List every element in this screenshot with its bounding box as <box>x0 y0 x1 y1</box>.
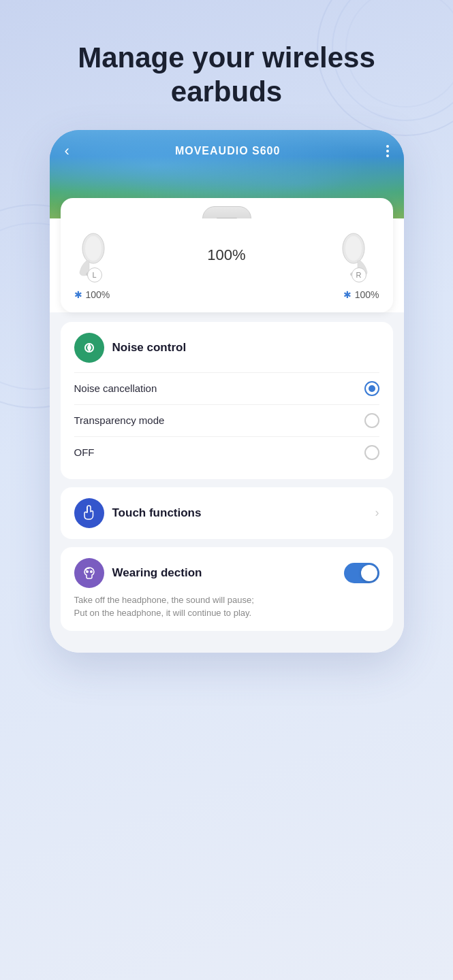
touch-icon-svg <box>81 505 97 521</box>
more-dot-3 <box>386 154 389 157</box>
left-bt-icon: ✱ <box>74 289 82 300</box>
phone-nav: ‹ MOVEAUDIO S600 <box>50 130 404 160</box>
case-container <box>202 206 251 218</box>
wearing-detection-toggle[interactable] <box>344 563 379 583</box>
right-battery: ✱ 100% <box>343 289 379 300</box>
wearing-desc-line2: Put on the headphone, it will continue t… <box>74 608 252 618</box>
center-battery: 100% <box>207 246 245 264</box>
right-earbud: R <box>339 228 379 282</box>
phone-content: Noise control Noise cancellation Transpa… <box>50 312 404 653</box>
left-battery-value: 100% <box>86 289 110 300</box>
left-earbud-icon: L <box>74 228 115 282</box>
touch-icon <box>74 498 104 528</box>
svg-point-1 <box>85 236 101 261</box>
touch-functions-chevron: › <box>375 506 379 520</box>
case-battery-value: 100% <box>207 246 245 264</box>
right-label: R <box>352 267 366 282</box>
svg-point-7 <box>88 346 91 349</box>
touch-functions-header: Touch functions <box>74 498 202 528</box>
page-title: Manage your wireless earbuds <box>0 0 453 130</box>
wearing-detection-card: Wearing dection Take off the headphone, … <box>61 547 393 631</box>
right-earbud-icon: R <box>339 228 379 282</box>
more-button[interactable] <box>386 145 389 157</box>
wearing-title-row: Wearing dection <box>112 563 379 583</box>
case-icon <box>202 206 251 218</box>
wearing-detection-description: Take off the headphone, the sound will p… <box>74 593 379 620</box>
transparency-mode-row[interactable]: Transparency mode <box>74 404 379 436</box>
wearing-icon-svg <box>81 565 97 581</box>
touch-functions-title: Touch functions <box>112 506 202 520</box>
wearing-icon <box>74 558 104 588</box>
earbuds-row: L 100% R <box>74 209 379 282</box>
noise-cancellation-radio[interactable] <box>364 381 379 396</box>
transparency-mode-label: Transparency mode <box>74 414 165 426</box>
touch-functions-card[interactable]: Touch functions › <box>61 487 393 539</box>
noise-icon <box>74 333 104 363</box>
left-battery: ✱ 100% <box>74 289 110 300</box>
svg-point-9 <box>86 570 89 573</box>
left-earbud: L <box>74 228 115 282</box>
wearing-header: Wearing dection <box>74 558 379 588</box>
noise-control-card: Noise control Noise cancellation Transpa… <box>61 322 393 479</box>
right-battery-value: 100% <box>355 289 379 300</box>
phone-mockup: ‹ MOVEAUDIO S600 <box>50 130 404 653</box>
off-radio[interactable] <box>364 445 379 460</box>
back-button[interactable]: ‹ <box>65 142 69 160</box>
page-title-line2: earbuds <box>171 76 282 108</box>
noise-cancellation-label: Noise cancellation <box>74 382 157 394</box>
wearing-desc-line1: Take off the headphone, the sound will p… <box>74 595 254 605</box>
right-bt-icon: ✱ <box>343 289 352 300</box>
case-line <box>217 218 237 218</box>
noise-icon-svg <box>81 340 97 356</box>
touch-functions-row[interactable]: Touch functions › <box>74 498 379 528</box>
off-row[interactable]: OFF <box>74 436 379 468</box>
svg-point-10 <box>90 570 93 573</box>
nav-title: MOVEAUDIO S600 <box>175 145 280 157</box>
battery-row: ✱ 100% ✱ 100% <box>74 289 379 300</box>
off-label: OFF <box>74 446 95 458</box>
noise-cancellation-row[interactable]: Noise cancellation <box>74 372 379 404</box>
more-dot-2 <box>386 150 389 152</box>
page-title-line1: Manage your wireless <box>78 42 375 74</box>
more-dot-1 <box>386 145 389 148</box>
svg-point-4 <box>345 236 362 261</box>
left-label: L <box>87 267 102 282</box>
wearing-detection-title: Wearing dection <box>112 566 202 580</box>
noise-control-title: Noise control <box>112 341 187 355</box>
noise-control-header: Noise control <box>74 333 379 363</box>
transparency-mode-radio[interactable] <box>364 413 379 428</box>
